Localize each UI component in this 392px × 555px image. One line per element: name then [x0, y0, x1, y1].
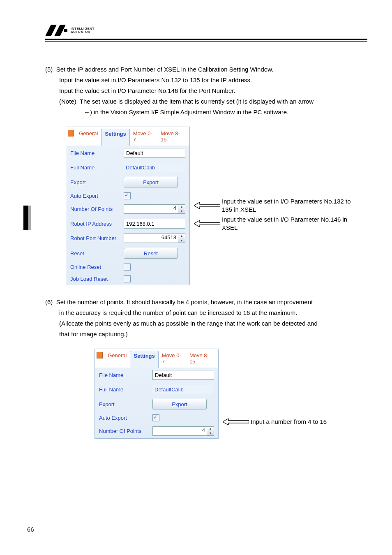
logo-icon: [45, 25, 68, 36]
para6-line2: in the accuracy is required the number o…: [45, 308, 367, 318]
file-name-input[interactable]: Default: [124, 148, 185, 158]
auto-export-checkbox-2[interactable]: [152, 414, 159, 421]
tab-move815[interactable]: Move 8-15: [157, 129, 188, 146]
settings-panel-1: General Settings Move 0-7 Move 8-15 File…: [66, 127, 190, 285]
para5-line1: (5) Set the IP address and Port Number o…: [45, 64, 367, 75]
tab-bar: General Settings Move 0-7 Move 8-15: [66, 127, 189, 146]
tab-move07-2[interactable]: Move 0-7: [159, 351, 186, 368]
svg-rect-2: [64, 29, 67, 32]
ip-input[interactable]: 192.168.0.1: [124, 219, 185, 229]
full-name-value: DefaultCalib: [124, 163, 185, 172]
callout-port: Input the value set in I/O Parameter No.…: [194, 215, 351, 232]
jobload-reset-label: Job Load Reset: [70, 276, 124, 282]
tab-icon: [97, 352, 103, 358]
arrow-left-icon: [194, 220, 220, 227]
tab-general[interactable]: General: [76, 129, 101, 146]
ip-label: Robot IP Address: [70, 221, 124, 227]
auto-export-label: Auto Export: [70, 193, 124, 199]
rule-thin: [45, 41, 367, 42]
online-reset-label: Online Reset: [70, 264, 124, 270]
callout-ip: Input the value set in I/O Parameters No…: [194, 197, 351, 214]
svg-marker-5: [223, 419, 249, 425]
para5-note2: →) in the Vision System I/F Simple Adjus…: [45, 107, 367, 118]
rule-thick: [45, 39, 367, 40]
para5-line2: Input the value set in I/O Parameters No…: [45, 75, 367, 86]
port-label: Robot Port Number: [70, 235, 124, 241]
reset-button[interactable]: Reset: [124, 248, 178, 259]
tab-move07[interactable]: Move 0-7: [130, 129, 157, 146]
file-name-label: File Name: [70, 150, 124, 156]
side-tab: [23, 206, 28, 230]
online-reset-checkbox[interactable]: [124, 264, 131, 271]
svg-marker-1: [54, 25, 66, 36]
auto-export-label-2: Auto Export: [99, 415, 152, 421]
auto-export-checkbox[interactable]: [124, 192, 131, 199]
num-points-spinner[interactable]: 4 ▲▼: [124, 204, 185, 214]
num-points-label: Number Of Points: [70, 206, 124, 212]
tab-settings-2[interactable]: Settings: [130, 351, 158, 368]
svg-marker-0: [45, 25, 57, 36]
arrow-left-icon: [223, 419, 249, 425]
reset-label: Reset: [70, 250, 124, 257]
callout-points: Input a number from 4 to 16: [223, 418, 327, 426]
full-name-label-2: Full Name: [99, 386, 152, 393]
logo-text-2: ACTUATOR: [71, 30, 90, 34]
num-points-spinner-2[interactable]: 4 ▲▼: [152, 426, 214, 436]
tab-icon: [68, 130, 74, 136]
port-spinner[interactable]: 64513 ▲▼: [124, 234, 185, 243]
logo: INTELLIGENT ACTUATOR: [45, 25, 367, 36]
svg-marker-3: [194, 202, 220, 209]
export-button-2[interactable]: Export: [152, 399, 207, 409]
svg-marker-4: [194, 220, 220, 227]
export-label: Export: [70, 179, 124, 185]
para6-line1: (6) Set the number of points. It should …: [45, 297, 367, 308]
para6-line3: (Allocate the points evenly as much as p…: [45, 318, 367, 329]
file-name-label-2: File Name: [99, 372, 152, 378]
para6-line4: that for image capturing.): [45, 329, 367, 340]
export-label-2: Export: [99, 401, 152, 407]
tab-bar-2: General Settings Move 0-7 Move 8-15: [95, 349, 218, 368]
tab-settings[interactable]: Settings: [101, 129, 129, 146]
page-number: 66: [27, 526, 34, 533]
settings-panel-2: General Settings Move 0-7 Move 8-15 File…: [95, 349, 219, 439]
arrow-left-icon: [194, 202, 220, 209]
full-name-value-2: DefaultCalib: [152, 385, 214, 394]
tab-move815-2[interactable]: Move 8-15: [186, 351, 217, 368]
num-points-label-2: Number Of Points: [99, 428, 152, 434]
jobload-reset-checkbox[interactable]: [124, 275, 131, 282]
para5-line3: Input the value set in I/O Parameter No.…: [45, 86, 367, 96]
tab-general-2[interactable]: General: [104, 351, 130, 368]
export-button[interactable]: Export: [124, 177, 178, 187]
full-name-label: Full Name: [70, 164, 124, 171]
file-name-input-2[interactable]: Default: [152, 370, 214, 380]
para5-note1: (Note) The set value is displayed at the…: [45, 96, 367, 107]
